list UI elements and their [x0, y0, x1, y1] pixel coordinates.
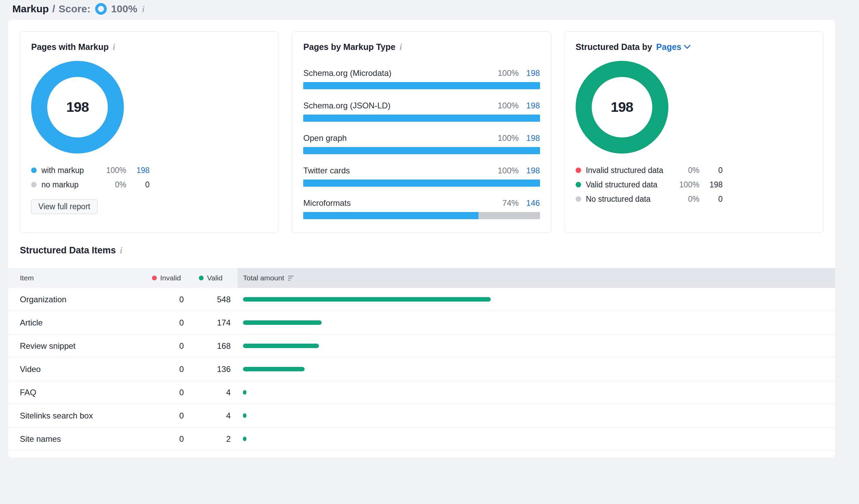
info-icon[interactable]: i [120, 246, 123, 255]
markup-type-bar-fill [303, 180, 540, 187]
structured-data-by-pages-card: Structured Data by Pages 198 Invalid str… [564, 31, 823, 233]
total-amount-cell [238, 367, 835, 371]
markup-type-label: Twitter cards [303, 166, 350, 175]
markup-type-row: Schema.org (JSON-LD) 100% 198 [303, 101, 540, 122]
view-full-report-button[interactable]: View full report [31, 199, 98, 214]
total-amount-bar [243, 390, 246, 395]
total-amount-cell [238, 413, 835, 418]
card-title: Pages with Markup [31, 42, 108, 52]
markup-type-label: Microformats [303, 198, 351, 208]
total-amount-bar [243, 367, 305, 371]
item-label: Article [8, 318, 152, 328]
item-label: Video [8, 364, 152, 374]
pages-count-link[interactable]: 198 [525, 68, 540, 78]
markup-type-row: Twitter cards 100% 198 [303, 166, 540, 187]
chevron-down-icon [684, 42, 691, 49]
legend-item: Invalid structured data 0% 0 [576, 166, 723, 175]
pages-with-markup-card: Pages with Markup i 198 with markup 100%… [20, 31, 279, 233]
score-label: Score: [59, 3, 90, 15]
legend-item: Valid structured data 100% 198 [576, 180, 723, 189]
selector-value: Pages [656, 42, 681, 52]
legend-dot-icon [31, 168, 37, 173]
markup-type-label: Open graph [303, 133, 347, 143]
page-header: Markup / Score: 100% i [12, 2, 144, 16]
structured-data-items-table: Organization 0 548 Article 0 174 Review … [8, 288, 835, 451]
card-title: Pages by Markup Type [303, 42, 395, 52]
markup-type-bar-fill [303, 82, 540, 89]
total-amount-bar [243, 297, 491, 302]
info-icon[interactable]: i [113, 43, 115, 51]
pages-count-link[interactable]: 198 [525, 166, 540, 175]
summary-cards-row: Pages with Markup i 198 with markup 100%… [8, 20, 835, 233]
pages-selector-dropdown[interactable]: Pages [656, 42, 690, 52]
markup-type-row: Microformats 74% 146 [303, 198, 540, 219]
column-total-amount-sort[interactable]: Total amount [238, 268, 835, 288]
info-icon[interactable]: i [399, 43, 402, 51]
info-icon[interactable]: i [142, 5, 144, 13]
invalid-count: 0 [152, 434, 188, 444]
legend-label: with markup [41, 166, 100, 175]
markup-type-label: Schema.org (Microdata) [303, 68, 391, 78]
table-row: Review snippet 0 168 [8, 334, 835, 358]
legend-label: Invalid structured data [586, 166, 673, 175]
table-row: Article 0 174 [8, 311, 835, 334]
card-title: Structured Data by [576, 42, 652, 52]
invalid-count: 0 [152, 318, 188, 328]
invalid-count: 0 [152, 341, 188, 351]
pages-with-markup-donut-chart[interactable]: 198 [31, 61, 124, 154]
breadcrumb-separator: / [52, 3, 55, 15]
invalid-count: 0 [152, 411, 188, 421]
markup-type-percent: 100% [498, 101, 518, 110]
markup-type-bar-fill [303, 115, 540, 122]
total-amount-cell [238, 297, 835, 302]
structured-data-donut-chart[interactable]: 198 [576, 61, 668, 154]
markup-type-percent: 100% [498, 133, 518, 143]
markup-type-bar-track [303, 82, 540, 89]
legend-item: No structured data 0% 0 [576, 195, 723, 203]
column-valid: Valid [188, 274, 238, 282]
markup-type-label: Schema.org (JSON-LD) [303, 101, 390, 110]
legend-percent: 100% [100, 166, 126, 175]
markup-type-bar-track [303, 212, 540, 219]
table-row: FAQ 0 4 [8, 381, 835, 404]
donut-legend: Invalid structured data 0% 0 Valid struc… [576, 166, 723, 203]
item-label: Site names [8, 434, 152, 444]
page-title: Markup [12, 3, 49, 15]
legend-item: no markup 0% 0 [31, 180, 150, 189]
valid-count: 4 [188, 411, 238, 421]
table-row: Organization 0 548 [8, 288, 835, 311]
total-amount-bar [243, 320, 322, 325]
legend-dot-icon [576, 196, 581, 202]
total-amount-bar [243, 344, 319, 348]
donut-center-value: 198 [611, 99, 633, 115]
legend-percent: 0% [673, 166, 700, 175]
markup-type-bar-fill [303, 212, 478, 219]
markup-type-bar-track [303, 115, 540, 122]
structured-data-items-title: Structured Data Items i [20, 245, 835, 256]
legend-label: Valid structured data [586, 180, 673, 189]
pages-count-link[interactable]: 146 [525, 198, 540, 208]
valid-count: 136 [188, 364, 238, 374]
table-header-row: Item Invalid Valid Total amount [8, 268, 835, 288]
column-item: Item [8, 274, 152, 282]
markup-type-row: Open graph 100% 198 [303, 133, 540, 154]
valid-dot-icon [199, 276, 204, 280]
legend-dot-icon [576, 182, 581, 187]
markup-report-panel: Pages with Markup i 198 with markup 100%… [8, 20, 835, 457]
legend-count: 198 [700, 180, 723, 189]
item-label: Organization [8, 295, 152, 304]
legend-count[interactable]: 198 [126, 166, 150, 175]
invalid-count: 0 [152, 388, 188, 397]
pages-count-link[interactable]: 198 [525, 133, 540, 143]
total-amount-bar [243, 413, 246, 418]
markup-type-bar-track [303, 147, 540, 154]
valid-count: 4 [188, 388, 238, 397]
legend-label: no markup [41, 180, 100, 189]
markup-type-percent: 100% [498, 166, 518, 175]
markup-type-percent: 74% [502, 198, 519, 208]
legend-dot-icon [31, 182, 37, 187]
markup-type-row: Schema.org (Microdata) 100% 198 [303, 68, 540, 89]
pages-count-link[interactable]: 198 [525, 101, 540, 110]
legend-count: 0 [700, 166, 723, 175]
total-amount-cell [238, 437, 835, 441]
